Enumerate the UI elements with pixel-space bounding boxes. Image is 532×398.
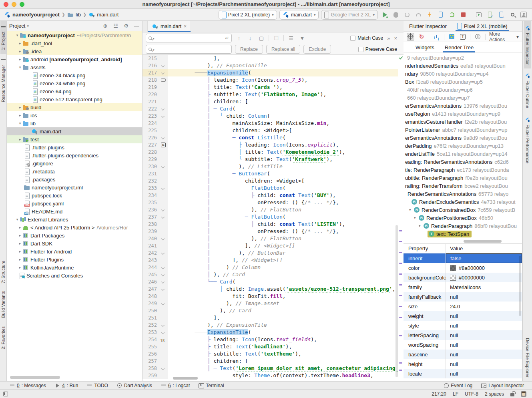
fold-chevron-icon[interactable]: [161, 324, 165, 327]
run-button[interactable]: [380, 10, 389, 19]
code-line[interactable]: 247 ├ child: Image.asset('assets/ezone-5…: [143, 285, 404, 293]
toolwindow-button-layout-inspector[interactable]: Layout Inspector: [481, 383, 524, 388]
sidebar-item-resource-manager[interactable]: Resource Manager: [0, 54, 6, 107]
status-item-217-20[interactable]: 217:20: [432, 391, 446, 397]
tree-item--gitignore[interactable]: .gitignore: [7, 159, 142, 167]
gear-icon[interactable]: ⚙: [123, 23, 129, 29]
render-tree-row[interactable]: ndary98500 relayoutBoundary=up4: [404, 70, 522, 78]
tree-item-nameofyourproject-iml[interactable]: nameofyourproject.iml: [7, 183, 142, 191]
filter-funnel-icon[interactable]: ▼: [298, 35, 306, 41]
readonly-lock-icon[interactable]: [510, 393, 514, 396]
code-line[interactable]: 237 │ ─ FlatButton(: [143, 213, 404, 221]
property-row[interactable]: color#8a000000: [404, 263, 522, 273]
code-line[interactable]: 258 │ ─ Text('Lorem ipsum dolor sit amet…: [143, 365, 404, 372]
attach-debugger-button[interactable]: [403, 10, 412, 19]
tree-arrow-icon[interactable]: ▸: [18, 257, 22, 261]
device-selector[interactable]: Pixel 2 XL (mobile)▾: [219, 10, 277, 20]
code-line[interactable]: 235 │ onPressed: () {/* ... */},: [143, 199, 404, 206]
code-line[interactable]: 234 │ ├ child: const Text('BUY'),: [143, 192, 404, 199]
fold-chevron-icon[interactable]: [161, 64, 165, 67]
render-tree-row[interactable]: 40fdf relayoutBoundary=up6: [404, 86, 522, 94]
tree-item-external-libraries[interactable]: ▾External Libraries: [7, 215, 142, 223]
render-tree-row[interactable]: eading: RenderSemanticsAnnotationsc62d6: [404, 158, 522, 166]
code-line[interactable]: 243 │ ], // <Widget>[]: [143, 257, 404, 264]
avatar-button[interactable]: [519, 10, 528, 19]
toolwindow-button-run[interactable]: 4: Run: [55, 383, 78, 388]
tree-item-nameofyourproject[interactable]: ▾nameofyourproject~/Projects/Parchment/n: [7, 31, 142, 39]
tree-item-android[interactable]: ▸android [nameofyourproject_android]: [7, 55, 142, 63]
tree-item-dart-packages[interactable]: ▸Dart Packages: [7, 231, 142, 239]
code-line[interactable]: 251 ],: [143, 314, 404, 322]
property-row[interactable]: size24.0: [404, 302, 522, 311]
render-tree-row[interactable]: railing: RenderTransformbcee2 relayoutBo…: [404, 182, 522, 190]
next-occurrence-icon[interactable]: ↓: [246, 35, 254, 41]
tree-arrow-icon[interactable]: ▸: [18, 41, 22, 45]
code-line[interactable]: 222 │ ─ Card(: [143, 105, 404, 113]
code-line[interactable]: 233 │ ─ FlatButton(: [143, 185, 404, 192]
render-tree-horizontal-scrollbar[interactable]: [464, 240, 502, 243]
fold-chevron-icon[interactable]: [161, 237, 165, 240]
code-line[interactable]: 236 │ ), // FlatButton: [143, 206, 404, 213]
code-line[interactable]: 249 ), // Image.asset: [143, 300, 404, 307]
breadcrumb-folder[interactable]: lib: [76, 12, 81, 18]
code-line[interactable]: 244 │ ) // Column: [143, 264, 404, 271]
tree-arrow-icon[interactable]: ▾: [15, 217, 20, 221]
performance-overlay-button[interactable]: [433, 33, 440, 41]
render-tree-row[interactable]: RenderSemanticsAnnotations65773 relayo: [404, 190, 522, 198]
tree-arrow-icon[interactable]: ▸: [18, 241, 22, 245]
tab-flutter-inspector[interactable]: Flutter Inspector: [409, 21, 447, 31]
property-row[interactable]: baselinenull: [404, 350, 522, 359]
project-panel-title[interactable]: Project: [9, 23, 25, 29]
tree-item-test[interactable]: ▸test: [7, 135, 142, 143]
fold-chevron-icon[interactable]: [161, 215, 165, 219]
device-manager-button[interactable]: ✓: [486, 10, 494, 19]
tab-device[interactable]: Pixel 2 XL (mobile): [457, 21, 508, 31]
tree-arrow-icon[interactable]: ▸: [18, 137, 22, 141]
code-line[interactable]: 250 ), // Card: [143, 307, 404, 314]
tree-item--idea[interactable]: ▸.idea: [7, 47, 142, 55]
code-line[interactable]: 223 │ └─child: Column(: [143, 113, 404, 120]
code-line[interactable]: 238 │ ├ child: const Text('LISTEN'),: [143, 221, 404, 228]
exclude-button[interactable]: Exclude: [303, 45, 331, 54]
property-row[interactable]: weightnull: [404, 311, 522, 321]
fold-chevron-icon[interactable]: [161, 302, 165, 305]
tree-item-pubspec-lock[interactable]: pubspec.lock: [7, 191, 142, 199]
code-line[interactable]: 257 │ children: [: [143, 358, 404, 365]
render-tree-row[interactable]: Ttext: TextSpan: [404, 230, 522, 238]
editor-tab-main-dart[interactable]: main.dart ×: [147, 21, 191, 32]
tree-item--android-api-25-platform-[interactable]: ▸< Android API 25 Platform >/Volumes/Hor: [7, 223, 142, 231]
code-line[interactable]: 241 │ ], // <Widget>[]: [143, 242, 404, 249]
editor-vertical-scrollbar[interactable]: [395, 225, 398, 377]
replace-all-button[interactable]: Replace all: [266, 45, 300, 54]
sidebar-item-flutter-outline[interactable]: Flutter Outline: [524, 68, 531, 112]
tree-item--dart-tool[interactable]: ▸.dart_tool: [7, 39, 142, 47]
property-row[interactable]: backgroundColor#00000000: [404, 273, 522, 282]
select-widget-mode-button[interactable]: [407, 33, 414, 41]
code-line[interactable]: 253 ────ExpansionTile(: [143, 329, 404, 336]
find-in-selection-icon[interactable]: ▢: [257, 35, 265, 41]
filter-lines-icon[interactable]: ☰: [287, 35, 295, 41]
toolwindow-toggle-icon[interactable]: [3, 392, 8, 396]
render-tree-row[interactable]: ▾RRenderParagraph86bf0 relayoutBou: [404, 222, 522, 230]
sidebar-item-flutter-inspector[interactable]: Flutter Inspector: [524, 21, 531, 68]
tree-arrow-icon[interactable]: ▸: [18, 49, 22, 53]
property-row[interactable]: familyFallbacknull: [404, 292, 522, 302]
code-line[interactable]: 254Tt ├ leading: Icon(Icons.text_fields)…: [143, 336, 404, 343]
breadcrumb-project[interactable]: nameofyourproject: [12, 12, 60, 18]
render-tree-row[interactable]: nderIndexedSemanticseefa8 relayoutBoun: [404, 62, 522, 70]
stop-button[interactable]: [459, 10, 468, 19]
run-config-selector[interactable]: main.dart▾: [279, 10, 319, 20]
code-line[interactable]: 228 │ ├ title: Text('Kometenmelodie 2'),: [143, 149, 404, 156]
tree-item-scratches-and-consoles[interactable]: Scratches and Consoles: [7, 271, 142, 279]
render-tree-row[interactable]: derPaddinge76f2 relayoutBoundary=up13: [404, 142, 522, 150]
code-line[interactable]: 240 │ ), // FlatButton: [143, 235, 404, 242]
render-tree-row[interactable]: ▾RRenderPositionedBox46b50: [404, 214, 522, 222]
previous-occurrence-icon[interactable]: ↑: [235, 35, 243, 41]
code-line[interactable]: 229 │ └ subtitle: Text('Kraftwerk'),: [143, 156, 404, 163]
fold-chevron-icon[interactable]: [161, 165, 165, 168]
tree-item-ezone-64-png[interactable]: ezone-64.png: [7, 87, 142, 95]
project-horizontal-scrollbar[interactable]: [10, 376, 60, 379]
code-line[interactable]: 219 ├ title: Text('Cards '),: [143, 84, 404, 91]
fold-chevron-icon[interactable]: [161, 367, 165, 370]
toolwindow-button-todo[interactable]: TODO: [87, 383, 108, 388]
